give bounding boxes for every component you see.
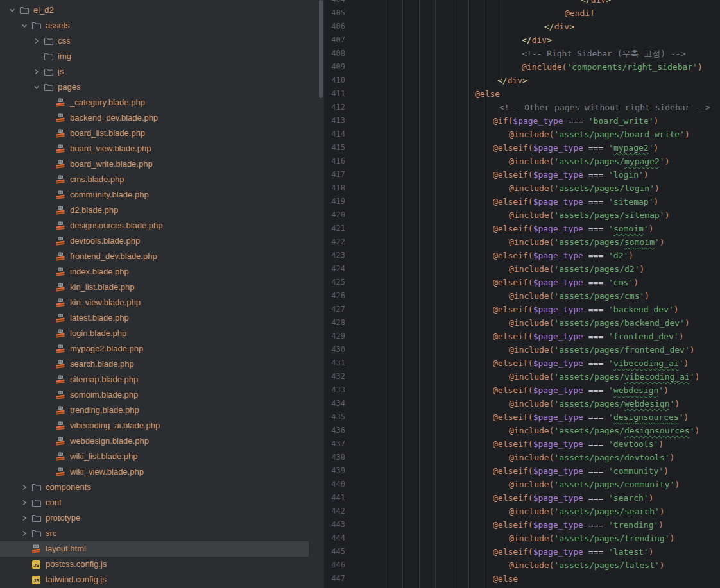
code-line-415[interactable]: 415@elseif($page_type === 'mypage2')	[324, 141, 720, 155]
chevron-right-icon[interactable]	[46, 280, 52, 295]
code-line-411[interactable]: 411@else	[324, 87, 720, 101]
chevron-right-icon[interactable]	[46, 372, 52, 387]
code-line-440[interactable]: 440@include('assets/pages/community')	[324, 478, 720, 491]
tree-item-file-wiki_view.blade.php[interactable]: wiki_view.blade.php	[0, 464, 309, 480]
chevron-right-icon[interactable]	[21, 526, 28, 541]
chevron-down-icon[interactable]	[9, 3, 15, 18]
chevron-right-icon[interactable]	[46, 418, 52, 433]
tree-item-file-wiki_list.blade.php[interactable]: wiki_list.blade.php	[0, 449, 309, 464]
code-line-425[interactable]: 425@elseif($page_type === 'cms')	[324, 276, 720, 289]
chevron-right-icon[interactable]	[46, 295, 52, 310]
tree-item-file-login.blade.php[interactable]: login.blade.php	[0, 326, 309, 341]
tree-item-file-backend_dev.blade.php[interactable]: backend_dev.blade.php	[0, 110, 309, 126]
chevron-right-icon[interactable]	[46, 387, 52, 403]
tree-item-folder-img[interactable]: img	[0, 49, 309, 64]
chevron-right-icon[interactable]	[33, 33, 40, 49]
chevron-right-icon[interactable]	[21, 480, 28, 495]
tree-item-file-webdesign.blade.php[interactable]: webdesign.blade.php	[0, 433, 309, 449]
chevron-right-icon[interactable]	[21, 541, 28, 557]
code-line-420[interactable]: 420@include('assets/pages/sitemap')	[324, 208, 720, 222]
chevron-right-icon[interactable]	[33, 64, 40, 80]
tree-item-file-trending.blade.php[interactable]: trending.blade.php	[0, 403, 309, 418]
chevron-right-icon[interactable]	[46, 264, 52, 280]
code-line-426[interactable]: 426@include('assets/pages/cms')	[324, 289, 720, 303]
chevron-right-icon[interactable]	[46, 233, 52, 249]
code-line-414[interactable]: 414@include('assets/pages/board_write')	[324, 128, 720, 141]
tree-item-file-somoim.blade.php[interactable]: somoim.blade.php	[0, 387, 309, 403]
tree-item-file-cms.blade.php[interactable]: cms.blade.php	[0, 172, 309, 187]
tree-item-folder-js[interactable]: js	[0, 64, 309, 80]
chevron-right-icon[interactable]	[46, 310, 52, 326]
code-line-419[interactable]: 419@elseif($page_type === 'sitemap')	[324, 195, 720, 208]
code-line-412[interactable]: 412<!-- Other pages without right sideba…	[324, 101, 720, 114]
code-line-410[interactable]: 410</div>	[324, 74, 720, 87]
tree-item-folder-prototype[interactable]: prototype	[0, 510, 309, 526]
code-line-447[interactable]: 447@else	[324, 572, 720, 585]
tree-item-file-postcss.config.js[interactable]: JSpostcss.config.js	[0, 557, 309, 572]
code-line-429[interactable]: 429@elseif($page_type === 'frontend_dev'…	[324, 330, 720, 343]
tree-item-file-board_view.blade.php[interactable]: board_view.blade.php	[0, 141, 309, 156]
chevron-right-icon[interactable]	[46, 433, 52, 449]
chevron-right-icon[interactable]	[21, 572, 28, 587]
chevron-right-icon[interactable]	[46, 326, 52, 341]
tree-item-file-mypage2.blade.php[interactable]: mypage2.blade.php	[0, 341, 309, 357]
code-line-433[interactable]: 433@elseif($page_type === 'webdesign')	[324, 383, 720, 397]
code-line-431[interactable]: 431@elseif($page_type === 'vibecoding_ai…	[324, 357, 720, 370]
chevron-right-icon[interactable]	[46, 341, 52, 357]
tree-item-file-kin_view.blade.php[interactable]: kin_view.blade.php	[0, 295, 309, 310]
code-line-407[interactable]: 407</div>	[324, 33, 720, 47]
chevron-right-icon[interactable]	[46, 156, 52, 172]
chevron-right-icon[interactable]	[21, 510, 28, 526]
tree-item-file-latest.blade.php[interactable]: latest.blade.php	[0, 310, 309, 326]
code-line-416[interactable]: 416@include('assets/pages/mypage2')	[324, 155, 720, 168]
tree-item-file-vibecoding_ai.blade.php[interactable]: vibecoding_ai.blade.php	[0, 418, 309, 433]
tree-item-file-devtools.blade.php[interactable]: devtools.blade.php	[0, 233, 309, 249]
code-line-428[interactable]: 428@include('assets/pages/backend_dev')	[324, 316, 720, 330]
code-editor[interactable]: 404</div>405@endif406</div>407</div>408<…	[324, 0, 720, 588]
tree-item-file-board_list.blade.php[interactable]: board_list.blade.php	[0, 126, 309, 141]
code-line-404[interactable]: 404</div>	[324, 0, 720, 6]
code-line-418[interactable]: 418@include('assets/pages/login')	[324, 181, 720, 195]
chevron-right-icon[interactable]	[46, 126, 52, 141]
code-line-434[interactable]: 434@include('assets/pages/webdesign')	[324, 397, 720, 410]
code-line-409[interactable]: 409@include('components/right_sidebar')	[324, 60, 720, 74]
tree-item-file-d2.blade.php[interactable]: d2.blade.php	[0, 203, 309, 218]
tree-scrollbar-thumb[interactable]	[319, 0, 323, 98]
code-line-408[interactable]: 408<!-- Right Sidebar (우측 고정) -->	[324, 47, 720, 60]
chevron-down-icon[interactable]	[33, 80, 40, 95]
chevron-right-icon[interactable]	[46, 249, 52, 264]
code-line-436[interactable]: 436@include('assets/pages/designsources'…	[324, 424, 720, 437]
chevron-right-icon[interactable]	[46, 172, 52, 187]
code-line-446[interactable]: 446@include('assets/pages/latest')	[324, 559, 720, 572]
code-line-435[interactable]: 435@elseif($page_type === 'designsources…	[324, 410, 720, 424]
code-line-439[interactable]: 439@elseif($page_type === 'community')	[324, 464, 720, 478]
code-line-438[interactable]: 438@include('assets/pages/devtools')	[324, 451, 720, 464]
chevron-right-icon[interactable]	[46, 110, 52, 126]
code-line-405[interactable]: 405@endif	[324, 6, 720, 20]
code-line-406[interactable]: 406</div>	[324, 20, 720, 33]
code-line-444[interactable]: 444@include('assets/pages/trending')	[324, 532, 720, 545]
code-line-443[interactable]: 443@elseif($page_type === 'trending')	[324, 518, 720, 532]
tree-item-folder-components[interactable]: components	[0, 480, 309, 495]
chevron-right-icon[interactable]	[46, 449, 52, 464]
code-line-445[interactable]: 445@elseif($page_type === 'latest')	[324, 545, 720, 559]
chevron-right-icon[interactable]	[46, 141, 52, 156]
chevron-down-icon[interactable]	[21, 18, 28, 33]
tree-item-file-kin_list.blade.php[interactable]: kin_list.blade.php	[0, 280, 309, 295]
tree-item-file-tailwind.config.js[interactable]: JStailwind.config.js	[0, 572, 309, 587]
tree-item-file-index.blade.php[interactable]: index.blade.php	[0, 264, 309, 280]
chevron-right-icon[interactable]	[21, 557, 28, 572]
code-line-423[interactable]: 423@elseif($page_type === 'd2')	[324, 249, 720, 262]
code-line-417[interactable]: 417@elseif($page_type === 'login')	[324, 168, 720, 181]
chevron-right-icon[interactable]	[46, 203, 52, 218]
chevron-right-icon[interactable]	[33, 49, 40, 64]
tree-item-folder-conf[interactable]: conf	[0, 495, 309, 510]
code-line-441[interactable]: 441@elseif($page_type === 'search')	[324, 491, 720, 505]
code-line-437[interactable]: 437@elseif($page_type === 'devtools')	[324, 437, 720, 451]
tree-item-file-_category.blade.php[interactable]: _category.blade.php	[0, 95, 309, 110]
tree-item-folder-el_d2[interactable]: el_d2	[0, 3, 309, 18]
code-line-442[interactable]: 442@include('assets/pages/search')	[324, 505, 720, 518]
tree-item-folder-src[interactable]: src	[0, 526, 309, 541]
chevron-right-icon[interactable]	[21, 495, 28, 510]
tree-item-file-frontend_dev.blade.php[interactable]: frontend_dev.blade.php	[0, 249, 309, 264]
